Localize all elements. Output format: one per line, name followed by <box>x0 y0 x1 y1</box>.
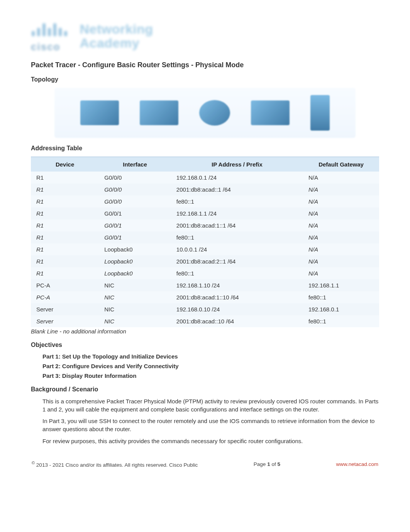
table-cell: R1 <box>31 184 99 195</box>
objectives-list: Part 1: Set Up the Topology and Initiali… <box>42 353 379 379</box>
table-cell: fe80::1 <box>303 291 379 303</box>
table-cell: 2001:db8:acad:1::1 /64 <box>171 219 303 231</box>
table-cell: N/A <box>303 219 379 231</box>
table-cell: Loopback0 <box>99 243 171 255</box>
table-row: PC-ANIC192.168.1.10 /24192.168.1.1 <box>31 279 379 291</box>
copyright-symbol: © <box>32 461 35 465</box>
table-cell: N/A <box>303 267 379 279</box>
table-cell: N/A <box>303 184 379 195</box>
table-row: R1G0/0/0192.168.0.1 /24N/A <box>31 172 379 184</box>
table-cell: 192.168.1.1 /24 <box>171 207 303 219</box>
table-cell: R1 <box>31 267 99 279</box>
table-cell: fe80::1 <box>171 267 303 279</box>
svg-rect-1 <box>37 28 40 36</box>
topology-server-icon <box>310 95 330 131</box>
col-gateway: Default Gateway <box>303 157 379 172</box>
table-cell: 192.168.1.1 <box>303 279 379 291</box>
table-cell: G0/0/0 <box>99 195 171 207</box>
table-cell: 10.0.0.1 /24 <box>171 243 303 255</box>
col-ip: IP Address / Prefix <box>171 157 303 172</box>
table-row: ServerNIC2001:db8:acad::10 /64fe80::1 <box>31 315 379 327</box>
page-footer: © 2013 - 2021 Cisco and/or its affiliate… <box>31 461 379 468</box>
objective-item: Part 1: Set Up the Topology and Initiali… <box>42 353 379 360</box>
table-cell: N/A <box>303 243 379 255</box>
table-cell: 192.168.0.1 <box>303 303 379 315</box>
background-paragraph: In Part 3, you will use SSH to connect t… <box>42 417 379 433</box>
table-row: R1Loopback02001:db8:acad:2::1 /64N/A <box>31 255 379 267</box>
table-cell: fe80::1 <box>303 315 379 327</box>
svg-rect-3 <box>48 28 51 36</box>
svg-rect-6 <box>64 31 67 36</box>
table-cell: N/A <box>303 231 379 243</box>
section-addressing-heading: Addressing Table <box>31 145 379 152</box>
table-cell: G0/0/0 <box>99 172 171 184</box>
table-cell: 2001:db8:acad:1::10 /64 <box>171 291 303 303</box>
svg-rect-5 <box>59 28 62 36</box>
table-cell: R1 <box>31 195 99 207</box>
section-objectives-heading: Objectives <box>31 342 379 348</box>
topology-diagram <box>54 88 356 138</box>
table-row: R1Loopback0fe80::1N/A <box>31 267 379 279</box>
table-cell: 2001:db8:acad:2::1 /64 <box>171 255 303 267</box>
table-cell: PC-A <box>31 291 99 303</box>
table-row: R1G0/0/0fe80::1N/A <box>31 195 379 207</box>
table-cell: Loopback0 <box>99 267 171 279</box>
table-cell: R1 <box>31 219 99 231</box>
objective-item: Part 2: Configure Devices and Verify Con… <box>42 363 379 369</box>
table-row: PC-ANIC2001:db8:acad:1::10 /64fe80::1 <box>31 291 379 303</box>
table-header-row: Device Interface IP Address / Prefix Def… <box>31 157 379 172</box>
background-paragraph: For review purposes, this activity provi… <box>42 437 379 445</box>
table-cell: 2001:db8:acad::10 /64 <box>171 315 303 327</box>
table-cell: N/A <box>303 207 379 219</box>
table-cell: fe80::1 <box>171 231 303 243</box>
table-cell: Server <box>31 315 99 327</box>
table-cell: R1 <box>31 207 99 219</box>
svg-rect-0 <box>32 31 35 36</box>
table-cell: R1 <box>31 255 99 267</box>
table-row: R1G0/0/1192.168.1.1 /24N/A <box>31 207 379 219</box>
cisco-bars-icon: cisco <box>31 19 73 53</box>
table-cell: 192.168.1.10 /24 <box>171 279 303 291</box>
footer-link[interactable]: www.netacad.com <box>336 461 378 467</box>
table-cell: G0/0/1 <box>99 207 171 219</box>
col-device: Device <box>31 157 99 172</box>
table-cell: R1 <box>31 172 99 184</box>
objective-item: Part 3: Display Router Information <box>42 372 379 379</box>
table-cell: PC-A <box>31 279 99 291</box>
background-paragraphs: This is a comprehensive Packet Tracer Ph… <box>31 398 379 445</box>
cisco-logo: cisco NetworkingAcademy <box>31 19 379 54</box>
table-cell: G0/0/0 <box>99 184 171 195</box>
table-cell: G0/0/1 <box>99 231 171 243</box>
table-row: R1G0/0/1fe80::1N/A <box>31 231 379 243</box>
logo-academy-text: NetworkingAcademy <box>80 22 153 50</box>
footer-pager: Page 1 of 5 <box>254 461 280 467</box>
table-cell: G0/0/1 <box>99 219 171 231</box>
table-cell: 2001:db8:acad::1 /64 <box>171 184 303 195</box>
col-iface: Interface <box>99 157 171 172</box>
table-cell: N/A <box>303 195 379 207</box>
topology-router-icon <box>199 100 230 126</box>
table-cell: R1 <box>31 231 99 243</box>
table-cell: NIC <box>99 291 171 303</box>
table-row: ServerNIC192.168.0.10 /24192.168.0.1 <box>31 303 379 315</box>
table-row: R1G0/0/02001:db8:acad::1 /64N/A <box>31 184 379 195</box>
svg-rect-4 <box>53 23 56 36</box>
topology-device-icon <box>140 100 178 125</box>
table-cell: 192.168.0.1 /24 <box>171 172 303 184</box>
blank-line-note: Blank Line - no additional information <box>31 328 379 335</box>
table-row: R1Loopback010.0.0.1 /24N/A <box>31 243 379 255</box>
logo-brand-text: cisco <box>31 41 73 53</box>
addressing-table: Device Interface IP Address / Prefix Def… <box>31 156 379 327</box>
table-cell: Server <box>31 303 99 315</box>
table-cell: fe80::1 <box>171 195 303 207</box>
table-cell: N/A <box>303 255 379 267</box>
background-paragraph: This is a comprehensive Packet Tracer Ph… <box>42 398 379 413</box>
table-cell: R1 <box>31 243 99 255</box>
section-background-heading: Background / Scenario <box>31 386 379 393</box>
table-cell: NIC <box>99 303 171 315</box>
svg-rect-2 <box>42 23 46 36</box>
table-cell: N/A <box>303 172 379 184</box>
section-topology-heading: Topology <box>31 76 379 83</box>
table-row: R1G0/0/12001:db8:acad:1::1 /64N/A <box>31 219 379 231</box>
table-cell: Loopback0 <box>99 255 171 267</box>
